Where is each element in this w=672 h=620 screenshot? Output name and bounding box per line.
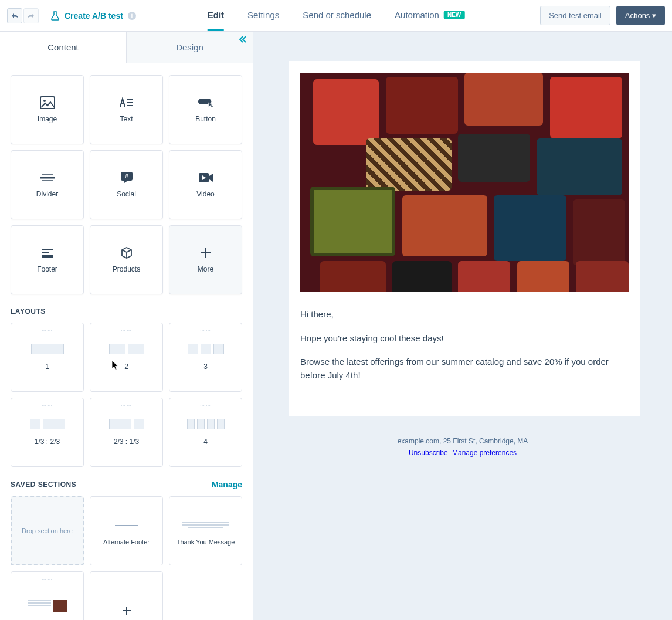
nav-tab-send[interactable]: Send or schedule	[303, 0, 371, 31]
layouts-heading: LAYOUTS	[11, 307, 46, 316]
saved-section-item[interactable]: ⋯⋯	[11, 571, 84, 620]
block-footer[interactable]: ⋯⋯ Footer	[11, 225, 84, 294]
drag-handle-icon: ⋯⋯	[121, 155, 133, 161]
block-products[interactable]: ⋯⋯ Products	[90, 225, 163, 294]
svg-point-1	[43, 100, 46, 102]
sidebar-tab-design[interactable]: Design	[127, 32, 253, 63]
create-ab-test-link[interactable]: Create A/B test i	[50, 11, 136, 21]
redo-button[interactable]	[23, 8, 39, 23]
new-badge: NEW	[444, 11, 464, 19]
drag-handle-icon: ⋯⋯	[42, 155, 53, 161]
drag-handle-icon: ⋯⋯	[42, 403, 53, 408]
video-icon	[198, 171, 214, 184]
layout-1col[interactable]: ⋯⋯ 1	[11, 323, 84, 392]
drag-handle-icon: ⋯⋯	[42, 328, 53, 333]
actions-dropdown[interactable]: Actions ▾	[616, 6, 665, 25]
svg-rect-0	[40, 97, 55, 109]
sidebar-tab-content[interactable]: Content	[0, 32, 127, 63]
svg-text:#: #	[125, 173, 128, 179]
layout-3col[interactable]: ⋯⋯ 3	[169, 323, 242, 392]
layout-13-23[interactable]: ⋯⋯ 1/3 : 2/3	[11, 398, 84, 467]
block-image[interactable]: ⋯⋯ Image	[11, 75, 84, 144]
email-footer-address: example.com, 25 First St, Cambridge, MA	[289, 437, 637, 445]
social-icon: #	[118, 171, 135, 184]
email-hero-image[interactable]	[300, 73, 629, 292]
block-divider[interactable]: ⋯⋯ Divider	[11, 150, 84, 219]
manage-saved-link[interactable]: Manage	[212, 480, 242, 489]
email-paragraph[interactable]: Browse the latest offerings from our sum…	[300, 355, 629, 382]
email-paragraph[interactable]: Hope you're staying cool these days!	[300, 332, 629, 345]
drag-handle-icon: ⋯⋯	[121, 502, 133, 507]
top-toolbar: Create A/B test i Edit Settings Send or …	[0, 0, 672, 32]
text-icon	[118, 96, 135, 109]
drag-handle-icon: ⋯⋯	[121, 231, 133, 236]
drag-handle-icon: ⋯⋯	[200, 155, 212, 161]
layout-23-13[interactable]: ⋯⋯ 2/3 : 1/3	[90, 398, 163, 467]
email-canvas[interactable]: Hi there, Hope you're staying cool these…	[253, 32, 672, 620]
products-icon	[118, 246, 135, 259]
email-paragraph[interactable]: Hi there,	[300, 308, 629, 321]
drag-handle-icon: ⋯⋯	[121, 328, 133, 333]
saved-section-thank-you[interactable]: ⋯⋯ Thank You Message	[169, 496, 242, 565]
block-more[interactable]: More	[169, 225, 242, 294]
drag-handle-icon: ⋯⋯	[42, 80, 53, 86]
svg-rect-14	[42, 255, 53, 258]
block-text[interactable]: ⋯⋯ Text	[90, 75, 163, 144]
drag-handle-icon: ⋯⋯	[121, 80, 133, 86]
block-button[interactable]: ⋯⋯ Button	[169, 75, 242, 144]
nav-tab-automation[interactable]: Automation NEW	[395, 0, 464, 31]
collapse-sidebar-button[interactable]	[239, 35, 247, 43]
drag-handle-icon: ⋯⋯	[121, 403, 133, 408]
flask-icon	[50, 11, 60, 21]
ab-test-label: Create A/B test	[65, 11, 123, 21]
drag-handle-icon: ⋯⋯	[42, 577, 53, 582]
left-sidebar: Content Design ⋯⋯ Image ⋯⋯ Text ⋯⋯ Butt	[0, 32, 253, 620]
drag-handle-icon: ⋯⋯	[200, 502, 212, 507]
nav-tab-edit[interactable]: Edit	[208, 0, 224, 31]
email-preview[interactable]: Hi there, Hope you're staying cool these…	[289, 61, 640, 416]
drag-handle-icon: ⋯⋯	[200, 328, 212, 333]
saved-section-alternate-footer[interactable]: ⋯⋯ Alternate Footer	[90, 496, 163, 565]
saved-section-add[interactable]	[90, 571, 163, 620]
saved-sections-heading: SAVED SECTIONS	[11, 480, 76, 489]
layout-4col[interactable]: ⋯⋯ 4	[169, 398, 242, 467]
manage-preferences-link[interactable]: Manage preferences	[452, 449, 517, 457]
chevron-down-icon: ▾	[652, 11, 656, 20]
drag-handle-icon: ⋯⋯	[200, 403, 212, 408]
drag-handle-icon: ⋯⋯	[42, 231, 53, 236]
unsubscribe-link[interactable]: Unsubscribe	[409, 449, 448, 457]
button-icon	[198, 96, 214, 109]
undo-button[interactable]	[7, 8, 22, 23]
layout-2col[interactable]: ⋯⋯ 2	[90, 323, 163, 392]
drop-section-zone[interactable]: Drop section here	[11, 496, 84, 565]
plus-icon	[198, 246, 214, 259]
divider-icon	[39, 171, 56, 184]
block-video[interactable]: ⋯⋯ Video	[169, 150, 242, 219]
drag-handle-icon: ⋯⋯	[200, 80, 212, 86]
plus-icon	[118, 604, 135, 617]
info-icon: i	[128, 12, 136, 20]
block-social[interactable]: ⋯⋯ # Social	[90, 150, 163, 219]
image-icon	[39, 96, 56, 109]
nav-tab-settings[interactable]: Settings	[247, 0, 279, 31]
footer-icon	[39, 246, 56, 259]
send-test-email-button[interactable]: Send test email	[540, 6, 610, 25]
